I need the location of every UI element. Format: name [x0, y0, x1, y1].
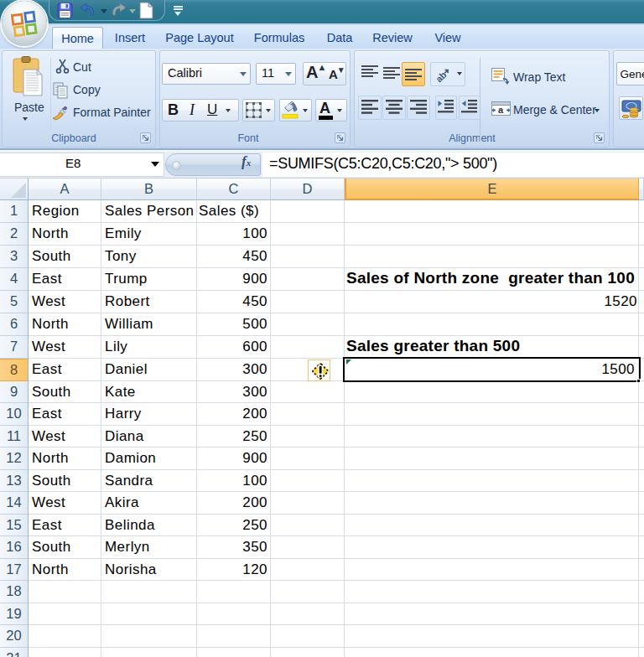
svg-text:a: a	[498, 105, 504, 115]
